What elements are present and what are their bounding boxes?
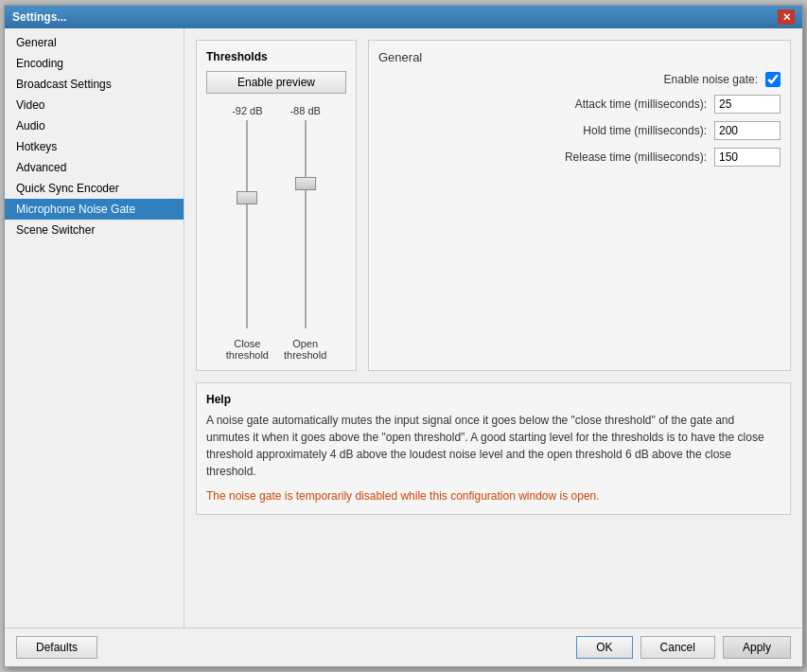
cancel-button[interactable]: Cancel [640,636,715,659]
thresholds-panel: Thresholds Enable preview -92 dB Closeth… [196,40,357,371]
sidebar: General Encoding Broadcast Settings Vide… [5,28,184,628]
help-panel: Help A noise gate automatically mutes th… [196,382,791,515]
open-threshold-db-label: -88 dB [289,105,320,116]
help-text-main: A noise gate automatically mutes the inp… [206,412,781,480]
close-threshold-label: Closethreshold [226,338,269,361]
sliders-area: -92 dB Closethreshold -88 dB [206,105,346,361]
hold-time-row: Hold time (milliseconds): [378,121,781,140]
sidebar-item-advanced[interactable]: Advanced [5,157,184,178]
enable-noise-gate-checkbox[interactable] [765,72,781,87]
sidebar-item-scene-switcher[interactable]: Scene Switcher [5,220,184,240]
title-bar: Settings... ✕ [5,6,802,28]
bottom-right-buttons: OK Cancel Apply [576,636,791,659]
content-area: General Encoding Broadcast Settings Vide… [5,28,802,628]
close-threshold-col: -92 dB Closethreshold [226,105,269,361]
bottom-left-buttons: Defaults [16,636,97,659]
open-threshold-label: Openthreshold [284,338,326,361]
sidebar-item-encoding[interactable]: Encoding [5,53,184,74]
top-section: Thresholds Enable preview -92 dB Closeth… [196,40,791,371]
close-threshold-db-label: -92 dB [232,105,262,116]
attack-time-label: Attack time (milliseconds): [575,97,707,111]
sidebar-item-microphone-noise-gate[interactable]: Microphone Noise Gate [5,199,184,220]
window-title: Settings... [12,10,66,24]
attack-time-row: Attack time (milliseconds): [378,95,781,114]
release-time-input[interactable] [714,148,781,167]
enable-preview-button[interactable]: Enable preview [206,71,346,94]
sidebar-item-general[interactable]: General [5,32,184,53]
sidebar-item-broadcast-settings[interactable]: Broadcast Settings [5,74,184,95]
apply-button[interactable]: Apply [723,636,791,659]
hold-time-input[interactable] [714,121,781,140]
ok-button[interactable]: OK [576,636,632,659]
open-threshold-col: -88 dB Openthreshold [284,105,326,361]
open-track [305,120,307,328]
release-time-row: Release time (milliseconds): [378,148,781,167]
attack-time-input[interactable] [714,95,781,114]
close-threshold-thumb[interactable] [237,191,257,204]
sidebar-item-hotkeys[interactable]: Hotkeys [5,136,184,157]
close-button[interactable]: ✕ [778,9,795,25]
help-title: Help [206,393,781,406]
bottom-bar: Defaults OK Cancel Apply [5,628,802,666]
sidebar-item-audio[interactable]: Audio [5,115,184,136]
close-track [246,120,248,328]
settings-window: Settings... ✕ General Encoding Broadcast… [4,5,803,667]
thresholds-title: Thresholds [206,50,346,63]
defaults-button[interactable]: Defaults [16,636,97,659]
hold-time-label: Hold time (milliseconds): [583,124,707,137]
open-threshold-thumb[interactable] [295,177,316,190]
release-time-label: Release time (milliseconds): [565,150,707,164]
enable-noise-gate-label: Enable noise gate: [664,73,758,86]
general-title: General [378,50,781,64]
close-threshold-slider-wrapper [233,120,261,328]
sidebar-item-video[interactable]: Video [5,95,184,115]
main-content: Thresholds Enable preview -92 dB Closeth… [184,28,802,628]
open-threshold-slider-wrapper [291,120,320,328]
general-panel: General Enable noise gate: Attack time (… [368,40,791,371]
help-text-warning: The noise gate is temporarily disabled w… [206,487,781,504]
sidebar-item-quick-sync-encoder[interactable]: Quick Sync Encoder [5,178,184,199]
enable-noise-gate-row: Enable noise gate: [378,72,781,87]
